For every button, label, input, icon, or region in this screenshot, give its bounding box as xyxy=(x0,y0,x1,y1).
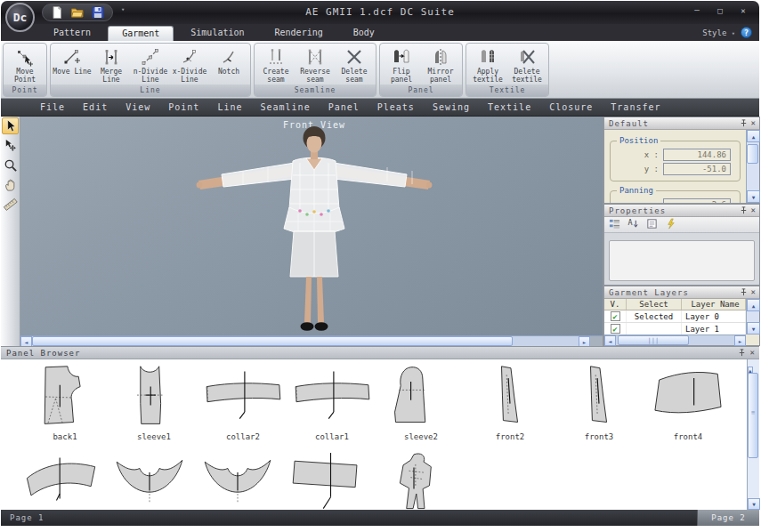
mirror-panel-button[interactable]: Mirror panel xyxy=(421,44,460,85)
field-position-y[interactable]: -51.0 xyxy=(663,163,731,175)
x-divide-line-button[interactable]: x-Divide Line xyxy=(170,44,209,85)
scroll-right-icon[interactable]: ► xyxy=(579,336,590,346)
piece-shape-icon xyxy=(20,450,102,510)
pattern-piece[interactable] xyxy=(109,450,190,510)
tab-simulation[interactable]: Simulation xyxy=(177,26,257,41)
menu-point[interactable]: Point xyxy=(159,102,208,112)
pin-icon[interactable] xyxy=(738,348,746,360)
close-icon[interactable]: ✕ xyxy=(750,348,756,360)
scrollbar-thumb[interactable] xyxy=(32,336,513,346)
field-position-x[interactable]: 144.86 xyxy=(663,149,731,161)
create-seam-button[interactable]: Create seam xyxy=(256,44,295,85)
scroll-left-icon[interactable]: ◄ xyxy=(20,336,32,346)
move-tool[interactable] xyxy=(2,137,19,154)
scrollbar-track[interactable] xyxy=(32,336,579,346)
pattern-piece[interactable] xyxy=(197,450,279,510)
field-panning-x[interactable]: 2.6 xyxy=(663,198,731,203)
panel-browser-scrollbar[interactable]: ▲ ≡ ▼ xyxy=(747,359,759,510)
pattern-piece-front4[interactable]: front4 xyxy=(644,363,733,441)
reverse-seam-button[interactable]: Reverse seam xyxy=(295,44,335,85)
viewport-3d[interactable]: Front View xyxy=(20,117,603,346)
visibility-checkbox[interactable]: ✔ xyxy=(611,311,620,321)
move-point-button[interactable]: Move Point xyxy=(5,44,45,85)
restore-button[interactable]: □ xyxy=(711,4,729,18)
n-divide-line-button[interactable]: n-Divide Line xyxy=(131,44,170,85)
pattern-piece[interactable] xyxy=(285,450,367,510)
pattern-piece[interactable] xyxy=(20,450,102,510)
categorized-icon[interactable] xyxy=(609,216,620,233)
pattern-piece-front2[interactable]: front2 xyxy=(466,363,555,441)
garment-layers-titlebar[interactable]: Garment Layers ✕ xyxy=(604,286,759,299)
layer-row-0[interactable]: ✔SelectedLayer 0 xyxy=(604,310,746,323)
menu-pleats[interactable]: Pleats xyxy=(368,102,424,112)
measure-tool[interactable] xyxy=(2,196,19,213)
zoom-tool[interactable] xyxy=(2,157,19,173)
layers-vertical-scrollbar[interactable]: ▲ ▼ xyxy=(746,299,759,335)
move-line-button[interactable]: Move Line xyxy=(53,44,92,85)
delete-textile-button[interactable]: Delete textile xyxy=(507,44,546,85)
pattern-piece-collar2[interactable]: collar2 xyxy=(198,363,287,441)
tab-body[interactable]: Body xyxy=(340,26,388,41)
scroll-up-icon[interactable]: ▲ xyxy=(747,130,760,142)
pattern-piece-sleeve2[interactable]: sleeve2 xyxy=(376,363,466,441)
pattern-piece[interactable] xyxy=(373,450,455,510)
apply-textile-button[interactable]: Apply textile xyxy=(468,44,507,85)
menu-view[interactable]: View xyxy=(117,102,159,112)
layers-horizontal-scrollbar[interactable]: ◄ ||| ► xyxy=(604,335,746,345)
minimize-button[interactable]: ─ xyxy=(688,4,706,18)
delete-seam-button[interactable]: Delete seam xyxy=(335,44,374,85)
scroll-down-icon[interactable]: ▼ xyxy=(748,498,760,510)
menu-file[interactable]: File xyxy=(31,102,74,112)
default-panel-scrollbar[interactable]: ▲ ▼ xyxy=(746,130,759,203)
scroll-down-icon[interactable]: ▼ xyxy=(747,190,760,203)
panel-browser-titlebar[interactable]: Panel Browser ✕ xyxy=(1,347,759,359)
scrollbar-thumb[interactable]: ≡ xyxy=(748,373,758,458)
property-pages-icon[interactable] xyxy=(646,216,658,233)
scrollbar-thumb[interactable] xyxy=(747,144,758,164)
pattern-piece-back1[interactable]: back1 xyxy=(20,363,109,441)
pan-tool[interactable] xyxy=(2,176,19,193)
layer-row-1[interactable]: ✔Layer 1 xyxy=(604,323,746,335)
tab-pattern[interactable]: Pattern xyxy=(40,26,104,41)
alphabetical-icon[interactable]: A xyxy=(627,216,639,233)
ribbon-group-label: Panel xyxy=(380,85,462,96)
scrollbar-thumb[interactable]: ||| xyxy=(618,335,689,345)
viewport-horizontal-scrollbar[interactable]: ◄ ► xyxy=(20,335,603,346)
scroll-right-icon[interactable]: ► xyxy=(734,335,746,346)
visibility-checkbox[interactable]: ✔ xyxy=(611,324,620,334)
pin-icon[interactable] xyxy=(740,287,748,300)
style-selector[interactable]: Style ▾ xyxy=(702,28,735,37)
close-icon[interactable]: ✕ xyxy=(751,287,757,300)
close-icon[interactable]: ✕ xyxy=(751,206,757,218)
status-page-right-button[interactable]: Page 2 xyxy=(697,510,759,526)
scroll-down-icon[interactable]: ▼ xyxy=(747,322,760,335)
menu-closure[interactable]: Closure xyxy=(540,102,602,112)
pattern-piece-front3[interactable]: front3 xyxy=(555,363,644,441)
tab-garment[interactable]: Garment xyxy=(108,26,174,41)
app-logo-button[interactable]: Dc xyxy=(5,3,35,32)
properties-panel-titlebar[interactable]: Properties ✕ xyxy=(604,205,759,217)
pattern-piece-collar1[interactable]: collar1 xyxy=(287,363,376,441)
pattern-piece-sleeve1[interactable]: sleeve1 xyxy=(109,363,198,441)
pin-icon[interactable] xyxy=(740,118,748,131)
tab-rendering[interactable]: Rendering xyxy=(262,26,336,41)
scroll-up-icon[interactable]: ▲ xyxy=(747,299,760,311)
merge-line-button[interactable]: Merge Line xyxy=(92,44,131,85)
menu-sewing[interactable]: Sewing xyxy=(424,102,479,112)
menu-edit[interactable]: Edit xyxy=(74,102,117,112)
menu-panel[interactable]: Panel xyxy=(320,102,368,112)
default-panel-titlebar[interactable]: Default ✕ xyxy=(604,117,759,130)
notch-button[interactable]: Notch xyxy=(209,44,248,85)
events-icon[interactable] xyxy=(665,216,676,233)
scroll-left-icon[interactable]: ◄ xyxy=(604,335,616,346)
menu-line[interactable]: Line xyxy=(208,102,251,112)
menu-textile[interactable]: Textile xyxy=(479,102,540,112)
close-icon[interactable]: ✕ xyxy=(751,118,757,131)
menu-transfer[interactable]: Transfer xyxy=(602,102,669,112)
menu-seamline[interactable]: Seamline xyxy=(251,102,319,112)
select-tool[interactable] xyxy=(2,117,19,134)
help-button[interactable]: ? xyxy=(741,27,752,38)
close-button[interactable]: ✕ xyxy=(734,4,752,18)
pin-icon[interactable] xyxy=(740,206,748,218)
flip-panel-button[interactable]: Flip panel xyxy=(382,44,421,85)
